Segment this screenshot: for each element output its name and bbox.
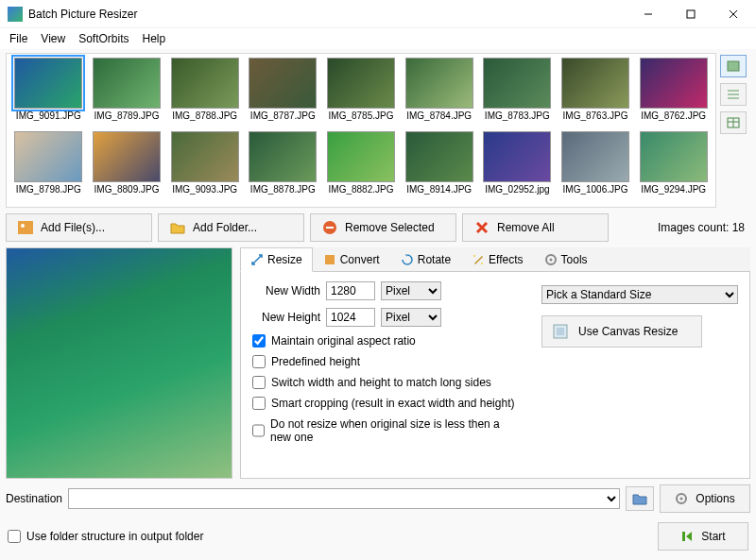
do-not-resize-checkbox[interactable] bbox=[252, 424, 265, 437]
svg-point-21 bbox=[549, 259, 552, 262]
new-width-label: New Width bbox=[252, 284, 320, 297]
preview-image bbox=[6, 247, 232, 479]
start-icon bbox=[680, 530, 694, 543]
add-files-label: Add File(s)... bbox=[41, 221, 105, 234]
thumbnail-item[interactable]: IMG_8878.JPG bbox=[245, 131, 321, 203]
thumbnail-item[interactable]: IMG_8789.JPG bbox=[89, 58, 165, 129]
height-unit-select[interactable]: Pixel bbox=[381, 308, 441, 327]
tab-rotate[interactable]: Rotate bbox=[390, 247, 461, 271]
thumbnail-image bbox=[93, 58, 161, 109]
resize-panel: New Width Pixel New Height Pixel Maintai… bbox=[240, 272, 750, 479]
svg-point-12 bbox=[21, 224, 25, 228]
titlebar: Batch Picture Resizer bbox=[0, 0, 756, 28]
thumbnail-label: IMG_8784.JPG bbox=[406, 110, 472, 121]
tab-tools[interactable]: Tools bbox=[534, 247, 598, 271]
use-folder-structure-checkbox[interactable] bbox=[8, 530, 21, 543]
thumbnail-item[interactable]: IMG_8787.JPG bbox=[245, 58, 321, 129]
start-button[interactable]: Start bbox=[658, 522, 748, 551]
view-mode-buttons bbox=[720, 53, 750, 208]
thumbnail-item[interactable]: IMG_9091.JPG bbox=[10, 58, 87, 129]
view-thumbnails-button[interactable] bbox=[720, 55, 747, 77]
thumbnail-grid[interactable]: IMG_9091.JPGIMG_8789.JPGIMG_8788.JPGIMG_… bbox=[6, 53, 716, 208]
thumbnail-item[interactable]: IMG_8762.JPG bbox=[635, 58, 712, 129]
thumbnail-item[interactable]: IMG_8798.JPG bbox=[10, 131, 87, 203]
maintain-aspect-checkbox[interactable] bbox=[252, 334, 266, 348]
thumbnail-item[interactable]: IMG_8882.JPG bbox=[323, 131, 400, 203]
thumbnail-label: IMG_9294.JPG bbox=[641, 184, 706, 195]
tab-convert[interactable]: Convert bbox=[313, 247, 390, 271]
use-folder-structure-label: Use folder structure in output folder bbox=[26, 530, 203, 543]
predefined-height-checkbox[interactable] bbox=[252, 355, 266, 368]
width-unit-select[interactable]: Pixel bbox=[381, 281, 441, 300]
thumbnail-item[interactable]: IMG_8784.JPG bbox=[401, 58, 477, 129]
menu-help[interactable]: Help bbox=[137, 30, 172, 47]
thumbnail-item[interactable]: IMG_9294.JPG bbox=[635, 131, 712, 203]
images-count: Images count: 18 bbox=[658, 221, 750, 234]
menu-file[interactable]: File bbox=[4, 30, 33, 47]
options-label: Options bbox=[696, 492, 734, 505]
thumbnail-item[interactable]: IMG_02952.jpg bbox=[479, 131, 556, 203]
thumbnail-item[interactable]: IMG_1006.JPG bbox=[558, 131, 634, 203]
thumbnail-image bbox=[171, 131, 239, 182]
thumbnail-item[interactable]: IMG_8788.JPG bbox=[166, 58, 243, 129]
svg-point-25 bbox=[680, 498, 683, 501]
thumbnail-image bbox=[93, 131, 161, 182]
destination-select[interactable] bbox=[68, 488, 620, 509]
thumbnail-image bbox=[14, 58, 82, 109]
thumbnail-label: IMG_8788.JPG bbox=[172, 110, 237, 121]
use-canvas-resize-button[interactable]: Use Canvas Resize bbox=[541, 315, 702, 348]
smart-cropping-checkbox[interactable] bbox=[252, 397, 266, 410]
view-details-button[interactable] bbox=[720, 111, 747, 134]
menu-view[interactable]: View bbox=[35, 30, 71, 47]
add-folder-label: Add Folder... bbox=[193, 221, 257, 234]
do-not-resize-label: Do not resize when original size is less… bbox=[270, 417, 523, 444]
thumbnail-item[interactable]: IMG_8914.JPG bbox=[401, 131, 477, 203]
switch-sides-label: Switch width and height to match long si… bbox=[271, 376, 491, 389]
thumbnail-item[interactable]: IMG_8809.JPG bbox=[89, 131, 165, 203]
effects-icon bbox=[472, 253, 485, 266]
svg-rect-23 bbox=[557, 328, 564, 335]
add-folder-button[interactable]: Add Folder... bbox=[158, 213, 304, 242]
thumbnail-item[interactable]: IMG_9093.JPG bbox=[166, 131, 243, 203]
thumbnail-label: IMG_1006.JPG bbox=[563, 184, 628, 195]
options-button[interactable]: Options bbox=[660, 484, 750, 513]
svg-rect-4 bbox=[728, 61, 739, 71]
new-height-input[interactable] bbox=[326, 308, 375, 327]
thumbnail-image bbox=[327, 131, 395, 182]
thumbnail-image bbox=[14, 131, 82, 182]
thumbnail-label: IMG_8785.JPG bbox=[329, 110, 394, 121]
thumbnail-image bbox=[640, 58, 708, 109]
thumbnail-item[interactable]: IMG_8785.JPG bbox=[323, 58, 400, 129]
thumbnail-item[interactable]: IMG_8783.JPG bbox=[479, 58, 556, 129]
thumbnail-label: IMG_8882.JPG bbox=[329, 184, 394, 195]
thumbnail-image bbox=[405, 58, 473, 109]
tab-resize[interactable]: Resize bbox=[240, 247, 313, 272]
browse-destination-button[interactable] bbox=[626, 486, 654, 511]
switch-sides-checkbox[interactable] bbox=[252, 376, 266, 389]
thumbnail-item[interactable]: IMG_8763.JPG bbox=[558, 58, 634, 129]
thumbnail-image bbox=[483, 131, 551, 182]
new-width-input[interactable] bbox=[326, 281, 375, 300]
thumbnail-label: IMG_8763.JPG bbox=[563, 110, 628, 121]
window-title: Batch Picture Resizer bbox=[28, 8, 627, 21]
tab-effects[interactable]: Effects bbox=[461, 247, 533, 271]
maximize-button[interactable] bbox=[669, 1, 712, 27]
remove-all-button[interactable]: Remove All bbox=[462, 213, 609, 242]
svg-point-19 bbox=[481, 263, 483, 264]
remove-all-label: Remove All bbox=[497, 221, 555, 234]
close-button[interactable] bbox=[712, 1, 754, 27]
menu-softorbits[interactable]: SoftOrbits bbox=[73, 30, 134, 47]
thumbnail-label: IMG_8914.JPG bbox=[406, 184, 472, 195]
thumbnail-image bbox=[249, 131, 317, 182]
svg-rect-17 bbox=[325, 255, 335, 264]
svg-rect-11 bbox=[18, 221, 33, 234]
minimize-button[interactable] bbox=[627, 1, 669, 27]
thumbnail-label: IMG_8878.JPG bbox=[250, 184, 316, 195]
view-list-button[interactable] bbox=[720, 83, 747, 106]
remove-selected-button[interactable]: Remove Selected bbox=[310, 213, 456, 242]
thumbnail-label: IMG_8809.JPG bbox=[94, 184, 160, 195]
svg-point-18 bbox=[473, 255, 475, 257]
add-files-button[interactable]: Add File(s)... bbox=[6, 213, 152, 242]
svg-rect-1 bbox=[687, 10, 695, 18]
standard-size-select[interactable]: Pick a Standard Size bbox=[541, 285, 738, 304]
